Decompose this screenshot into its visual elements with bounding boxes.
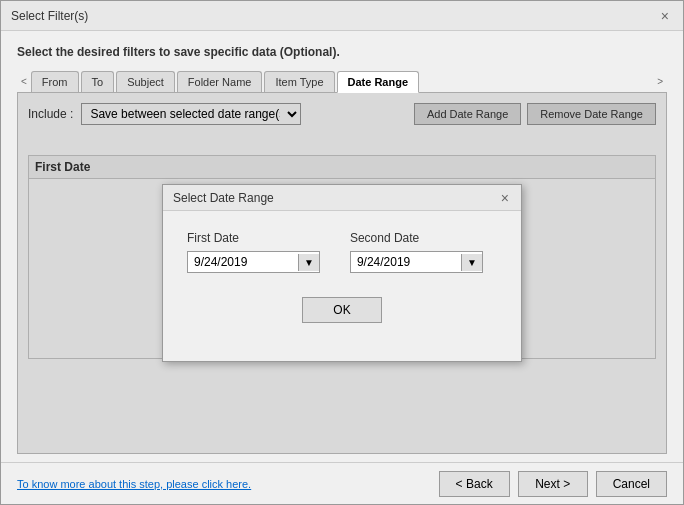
tabs-container: From To Subject Folder Name Item Type Da… [31,71,653,92]
first-date-input-wrapper: ▼ [187,251,320,273]
modal-close-button[interactable]: × [499,190,511,206]
tab-item-type[interactable]: Item Type [264,71,334,92]
back-button[interactable]: < Back [439,471,510,497]
title-bar: Select Filter(s) × [1,1,683,31]
modal-title: Select Date Range [173,191,274,205]
window-close-button[interactable]: × [657,8,673,24]
modal-title-bar: Select Date Range × [163,185,521,211]
first-date-dropdown-button[interactable]: ▼ [298,254,319,271]
modal-overlay: Select Date Range × First Date ▼ [18,93,666,453]
tab-bar: < From To Subject Folder Name Item Type [17,71,667,93]
date-fields-row: First Date ▼ Second Date [187,231,497,273]
tab-subject[interactable]: Subject [116,71,175,92]
select-date-range-modal: Select Date Range × First Date ▼ [162,184,522,362]
second-date-input[interactable] [351,252,461,272]
bottom-bar: To know more about this step, please cli… [1,462,683,504]
second-date-group: Second Date ▼ [350,231,483,273]
next-button[interactable]: Next > [518,471,588,497]
second-date-label: Second Date [350,231,483,245]
instruction-text: Select the desired filters to save speci… [17,45,667,59]
window-title: Select Filter(s) [11,9,88,23]
tab-content-area: Include : Save between selected date ran… [17,93,667,454]
tab-nav-left-button[interactable]: < [17,74,31,89]
modal-footer: OK [187,297,497,341]
bottom-buttons: < Back Next > Cancel [439,471,667,497]
help-link[interactable]: To know more about this step, please cli… [17,478,251,490]
tab-to[interactable]: To [81,71,115,92]
first-date-label: First Date [187,231,320,245]
window-body: Select the desired filters to save speci… [1,31,683,462]
tab-date-range[interactable]: Date Range [337,71,420,93]
main-window: Select Filter(s) × Select the desired fi… [0,0,684,505]
tab-nav-right-button[interactable]: > [653,74,667,89]
cancel-button[interactable]: Cancel [596,471,667,497]
second-date-dropdown-button[interactable]: ▼ [461,254,482,271]
tab-content: Include : Save between selected date ran… [17,93,667,454]
tab-from[interactable]: From [31,71,79,92]
first-date-input[interactable] [188,252,298,272]
tab-folder-name[interactable]: Folder Name [177,71,263,92]
ok-button[interactable]: OK [302,297,381,323]
modal-body: First Date ▼ Second Date [163,211,521,361]
second-date-input-wrapper: ▼ [350,251,483,273]
first-date-group: First Date ▼ [187,231,320,273]
